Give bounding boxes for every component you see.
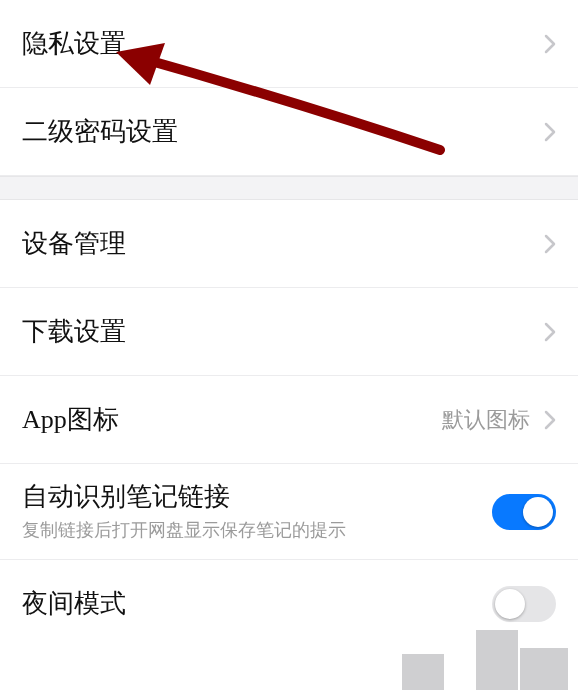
row-label: 自动识别笔记链接 <box>22 481 492 512</box>
row-privacy[interactable]: 隐私设置 <box>0 0 578 88</box>
row-label: 设备管理 <box>22 228 544 259</box>
section-separator <box>0 176 578 200</box>
artifact <box>402 654 444 690</box>
toggle-switch[interactable] <box>492 494 556 530</box>
chevron-right-icon <box>544 122 556 142</box>
artifact <box>520 648 568 690</box>
row-secondary-pwd[interactable]: 二级密码设置 <box>0 88 578 176</box>
artifact <box>476 630 518 690</box>
chevron-right-icon <box>544 34 556 54</box>
row-subtitle: 复制链接后打开网盘显示保存笔记的提示 <box>22 518 492 542</box>
toggle-switch[interactable] <box>492 586 556 622</box>
row-auto-link[interactable]: 自动识别笔记链接 复制链接后打开网盘显示保存笔记的提示 <box>0 464 578 560</box>
chevron-right-icon <box>544 234 556 254</box>
settings-list: 隐私设置 二级密码设置 设备管理 下载设置 <box>0 0 578 648</box>
chevron-right-icon <box>544 410 556 430</box>
row-value: 默认图标 <box>442 405 530 435</box>
row-label: 二级密码设置 <box>22 116 544 147</box>
chevron-right-icon <box>544 322 556 342</box>
row-label: 夜间模式 <box>22 588 492 619</box>
row-download[interactable]: 下载设置 <box>0 288 578 376</box>
row-label: 隐私设置 <box>22 28 544 59</box>
row-label: 下载设置 <box>22 316 544 347</box>
row-devices[interactable]: 设备管理 <box>0 200 578 288</box>
row-label: App图标 <box>22 404 442 435</box>
row-app-icon[interactable]: App图标 默认图标 <box>0 376 578 464</box>
